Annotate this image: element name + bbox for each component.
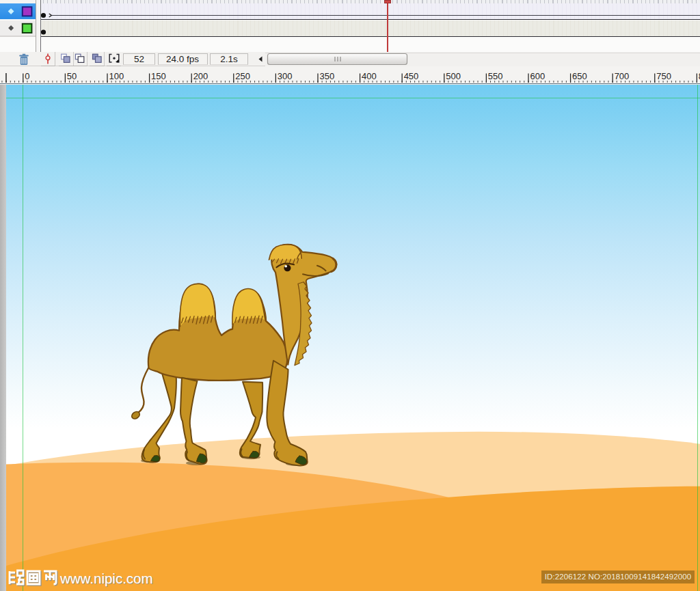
- svg-text:650: 650: [572, 71, 587, 81]
- svg-text:250: 250: [235, 71, 250, 81]
- svg-text:100: 100: [109, 71, 124, 81]
- svg-text:700: 700: [615, 71, 630, 81]
- svg-text:50: 50: [67, 71, 77, 81]
- svg-text:0: 0: [25, 71, 29, 81]
- svg-text:450: 450: [404, 71, 419, 81]
- svg-text:300: 300: [278, 71, 293, 81]
- svg-text:550: 550: [488, 71, 503, 81]
- svg-text:750: 750: [656, 71, 671, 81]
- svg-text:150: 150: [151, 71, 166, 81]
- svg-text:500: 500: [446, 71, 461, 81]
- svg-text:350: 350: [319, 71, 334, 81]
- svg-text:400: 400: [362, 71, 377, 81]
- svg-text:600: 600: [530, 71, 545, 81]
- svg-text:200: 200: [193, 71, 208, 81]
- svg-text:www.nipic.com: www.nipic.com: [59, 571, 153, 586]
